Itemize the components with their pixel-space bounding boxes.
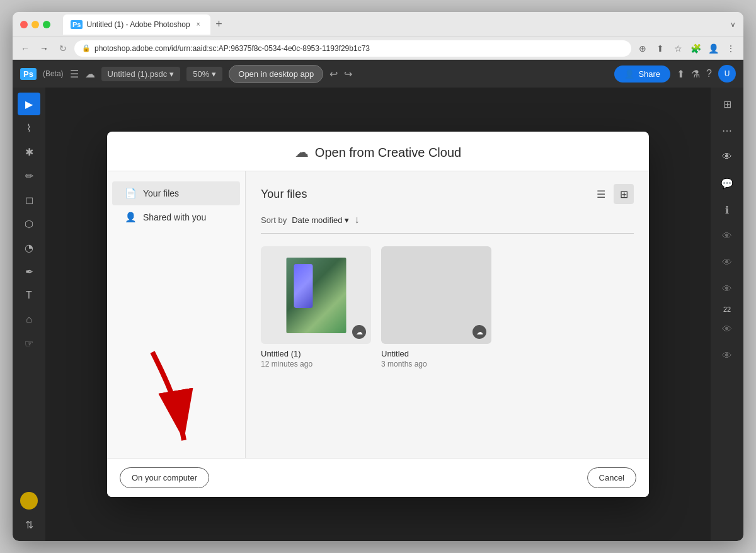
modal-main-header: Your files ☰ ⊞	[261, 184, 634, 204]
open-from-cc-modal: ☁ Open from Creative Cloud 📄 Your files	[107, 132, 649, 497]
right-panel: ⊞ ⋯ 👁 💬 ℹ 👁 👁 👁 22 👁 👁	[711, 88, 743, 541]
color-swatch[interactable]	[20, 492, 38, 510]
right-eye-icon[interactable]: 👁	[716, 145, 738, 168]
right-hidden-icon-2[interactable]: 👁	[716, 251, 738, 274]
right-info-icon[interactable]: ℹ	[716, 198, 738, 221]
cloud-badge-1: ☁	[472, 325, 486, 339]
shape-tool[interactable]: ⌂	[18, 308, 40, 331]
sidebar-your-files-label: Your files	[143, 188, 179, 198]
sidebar-item-your-files[interactable]: 📄 Your files	[112, 181, 240, 205]
address-actions: ⊕ ⬆ ☆ 🧩 👤 ⋮	[635, 41, 738, 56]
file-thumbnail-0: ☁	[261, 246, 371, 344]
address-field[interactable]: 🔒 photoshop.adobe.com/id/urn:aaid:sc:AP:…	[74, 40, 631, 57]
right-comment-icon[interactable]: 💬	[716, 172, 738, 195]
undo-icon[interactable]: ↩	[329, 68, 338, 80]
profile-icon[interactable]: 👤	[706, 41, 721, 56]
export-icon[interactable]: ⬆	[677, 68, 685, 80]
list-view-button[interactable]: ☰	[591, 184, 611, 204]
canvas-area[interactable]: ☁ Open from Creative Cloud 📄 Your files	[45, 88, 711, 541]
ps-file-name-dropdown[interactable]: Untitled (1).psdc ▾	[101, 67, 181, 81]
right-hidden-icon-4[interactable]: 👁	[716, 318, 738, 341]
translate-icon[interactable]: ⊕	[635, 41, 650, 56]
lock-icon: 🔒	[82, 44, 91, 52]
dodge-tool[interactable]: ◔	[18, 236, 40, 259]
title-bar: Ps Untitled (1) - Adobe Photoshop × + ∨	[13, 12, 743, 37]
new-tab-button[interactable]: +	[210, 16, 228, 33]
back-button[interactable]: ←	[18, 41, 33, 56]
sidebar-item-shared-with-you[interactable]: 👤 Shared with you	[112, 205, 240, 229]
file-date-0: 12 minutes ago	[261, 360, 371, 368]
modal-overlay: ☁ Open from Creative Cloud 📄 Your files	[45, 88, 711, 541]
cloud-badge-0: ☁	[352, 325, 366, 339]
ps-hamburger-icon[interactable]: ☰	[70, 68, 79, 80]
tab-more-button[interactable]: ∨	[730, 20, 736, 29]
refresh-button[interactable]: ↻	[55, 41, 71, 56]
select-tool[interactable]: ▶	[18, 93, 40, 115]
file-card-1[interactable]: ☁ Untitled 3 months ago	[381, 246, 491, 368]
ps-toolbar: Ps (Beta) ☰ ☁ Untitled (1).psdc ▾ 50% ▾ …	[13, 60, 743, 88]
share-page-icon[interactable]: ⬆	[653, 41, 668, 56]
right-hidden-icon-1[interactable]: 👁	[716, 225, 738, 248]
cc-icon: ☁	[295, 144, 309, 161]
file-card-0[interactable]: ☁ Untitled (1) 12 minutes ago	[261, 246, 371, 368]
redo-icon[interactable]: ↪	[344, 68, 352, 80]
lasso-tool[interactable]: ⌇	[18, 117, 40, 139]
forward-button[interactable]: →	[37, 41, 52, 56]
sort-value: Date modified	[292, 215, 342, 225]
modal-header: ☁ Open from Creative Cloud	[107, 132, 649, 171]
on-your-computer-button[interactable]: On your computer	[120, 467, 209, 488]
right-hidden-icon-5[interactable]: 👁	[716, 345, 738, 367]
cancel-button[interactable]: Cancel	[587, 467, 636, 488]
bookmark-icon[interactable]: ☆	[670, 41, 685, 56]
file-name-0: Untitled (1)	[261, 349, 371, 358]
sidebar-shared-label: Shared with you	[143, 212, 206, 222]
sort-dropdown[interactable]: Date modified ▾	[292, 215, 349, 225]
type-tool[interactable]: T	[18, 284, 40, 307]
open-desktop-app-button[interactable]: Open in desktop app	[229, 65, 323, 83]
right-hidden-icon-3[interactable]: 👁	[716, 278, 738, 300]
ps-tab-icon: Ps	[71, 20, 83, 29]
labs-icon[interactable]: ⚗	[691, 68, 700, 80]
tools-panel: ▶ ⌇ ✱ ✏ ◻ ⬡ ◔ ✒ T ⌂ ☞ ⇅	[13, 88, 45, 541]
sort-direction-icon[interactable]: ↓	[354, 214, 359, 225]
arrange-tool[interactable]: ⇅	[18, 513, 40, 536]
modal-main: Your files ☰ ⊞ Sort by Date modif	[246, 171, 649, 458]
address-bar: ← → ↻ 🔒 photoshop.adobe.com/id/urn:aaid:…	[13, 37, 743, 60]
file-icon: 📄	[125, 188, 137, 199]
right-menu-icon[interactable]: ⋯	[716, 119, 738, 142]
share-button[interactable]: 👤 Share	[614, 66, 670, 83]
brush-tool[interactable]: ✏	[18, 164, 40, 187]
modal-title: Open from Creative Cloud	[315, 145, 461, 160]
sort-bar: Sort by Date modified ▾ ↓	[261, 214, 634, 234]
pen-tool[interactable]: ✒	[18, 260, 40, 283]
extensions-icon[interactable]: 🧩	[688, 41, 703, 56]
sort-dropdown-icon: ▾	[345, 215, 349, 225]
ps-logo: Ps	[20, 68, 37, 80]
tab-close-button[interactable]: ×	[194, 20, 203, 29]
healing-tool[interactable]: ✱	[18, 140, 40, 163]
modal-body: 📄 Your files 👤 Shared with you	[107, 171, 649, 458]
menu-icon[interactable]: ⋮	[723, 41, 738, 56]
file-name-1: Untitled	[381, 349, 491, 358]
user-avatar[interactable]: U	[718, 65, 736, 83]
hand-tool[interactable]: ☞	[18, 332, 40, 355]
phone-in-thumbnail	[294, 264, 312, 308]
layer-number: 22	[722, 304, 732, 314]
fill-tool[interactable]: ⬡	[18, 212, 40, 235]
ps-cloud-icon[interactable]: ☁	[85, 68, 95, 80]
file-grid: ☁ Untitled (1) 12 minutes ago ☁	[261, 246, 634, 368]
ps-zoom-dropdown[interactable]: 50% ▾	[186, 67, 222, 81]
active-tab[interactable]: Ps Untitled (1) - Adobe Photoshop ×	[63, 14, 210, 35]
eraser-tool[interactable]: ◻	[18, 188, 40, 211]
file-thumbnail-1: ☁	[381, 246, 491, 344]
file-date-1: 3 months ago	[381, 360, 491, 368]
maximize-window-button[interactable]	[43, 21, 50, 28]
close-window-button[interactable]	[20, 21, 28, 28]
grid-view-button[interactable]: ⊞	[614, 184, 634, 204]
help-icon[interactable]: ?	[706, 68, 712, 79]
minimize-window-button[interactable]	[32, 21, 39, 28]
thumbnail-image-0	[286, 258, 346, 333]
right-layers-icon[interactable]: ⊞	[716, 93, 738, 115]
ps-beta-label: (Beta)	[43, 69, 64, 78]
address-text: photoshop.adobe.com/id/urn:aaid:sc:AP:96…	[94, 44, 370, 53]
